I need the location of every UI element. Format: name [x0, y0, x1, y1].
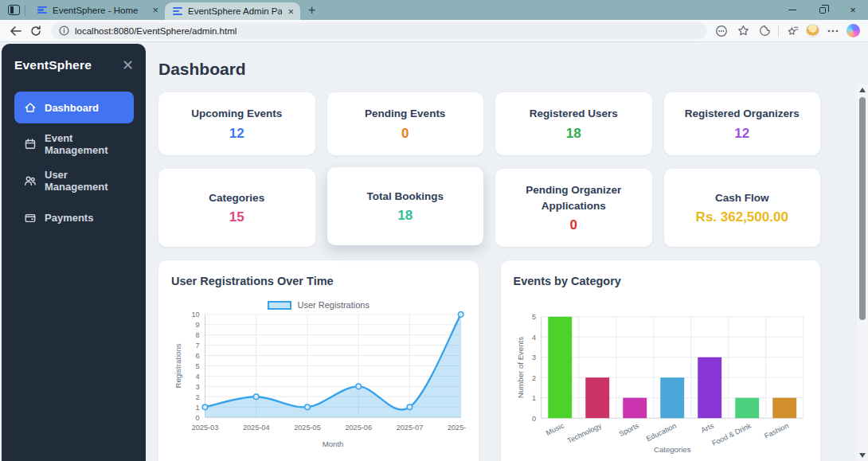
legend-label: User Registrations: [298, 300, 369, 310]
refresh-icon[interactable]: [27, 22, 45, 40]
svg-text:6: 6: [196, 352, 200, 360]
copilot-icon[interactable]: [846, 24, 860, 37]
scroll-down-icon[interactable]: [859, 453, 866, 458]
stat-value: 12: [734, 126, 749, 142]
tab-title: EventSphere - Home: [53, 6, 147, 15]
svg-text:Education: Education: [644, 422, 677, 443]
stat-value: 0: [401, 126, 409, 142]
eventsphere-favicon: [37, 6, 47, 14]
svg-text:2025-03: 2025-03: [192, 424, 219, 432]
svg-text:Sports: Sports: [617, 421, 640, 438]
more-icon[interactable]: [825, 23, 841, 39]
calendar-icon: [24, 138, 37, 150]
svg-text:2025-08: 2025-08: [448, 424, 466, 432]
svg-text:3: 3: [196, 383, 200, 391]
minimize-icon[interactable]: [777, 0, 807, 20]
browser-tab-bar: EventSphere - Home × EventSphere Admin P…: [0, 0, 868, 20]
back-icon[interactable]: [6, 22, 24, 40]
svg-text:2025-07: 2025-07: [397, 424, 424, 432]
svg-text:Food & Drink: Food & Drink: [710, 421, 753, 447]
bar-chart-title: Events by Category: [514, 275, 808, 287]
url-text: localhost:8080/EventSphere/admin.html: [75, 26, 237, 36]
stat-label: Upcoming Events: [191, 106, 282, 122]
tab-title: EventSphere Admin Panel: [188, 6, 282, 16]
svg-text:Categories: Categories: [653, 445, 690, 454]
line-chart-card: User Registrations Over Time User Regist…: [158, 260, 479, 461]
svg-text:3: 3: [531, 354, 535, 361]
profile-avatar[interactable]: [806, 24, 819, 37]
svg-text:1: 1: [531, 394, 535, 402]
wallet-icon: [24, 211, 37, 224]
stat-card: Total Bookings 18: [327, 167, 484, 245]
svg-text:Arts: Arts: [699, 421, 714, 434]
window-controls: ×: [777, 0, 868, 20]
stat-card: Upcoming Events 12: [158, 92, 315, 155]
page-content: EventSphere ✕ Dashboard Event Management…: [0, 42, 868, 461]
svg-text:2: 2: [196, 393, 200, 401]
svg-text:Music: Music: [545, 421, 565, 437]
tab-search-icon[interactable]: [8, 5, 20, 15]
scrollbar-thumb[interactable]: [859, 97, 866, 320]
svg-text:7: 7: [196, 342, 200, 350]
svg-text:0: 0: [196, 414, 200, 422]
home-icon: [24, 101, 37, 114]
browser-toolbar: localhost:8080/EventSphere/admin.html: [0, 20, 868, 42]
stats-row-1: Upcoming Events 12 Pending Events 0 Regi…: [158, 92, 820, 155]
stat-value: 15: [229, 209, 244, 225]
close-icon[interactable]: ×: [838, 0, 868, 20]
stat-label: Pending Organizer Applications: [506, 182, 641, 213]
sidebar-nav: Dashboard Event Management User Manageme…: [14, 92, 134, 233]
stat-label: Registered Organizers: [685, 106, 800, 122]
svg-text:2025-06: 2025-06: [345, 424, 372, 432]
tab-eventsphere-home[interactable]: EventSphere - Home ×: [29, 0, 165, 20]
svg-text:2025-05: 2025-05: [294, 424, 321, 432]
favorite-star-icon[interactable]: [735, 23, 751, 39]
restore-icon[interactable]: [807, 0, 838, 20]
tab-separator: [25, 5, 25, 16]
brand-title: EventSphere: [14, 58, 92, 72]
tab-close-icon[interactable]: ×: [287, 6, 294, 17]
info-icon[interactable]: [59, 25, 69, 36]
tab-eventsphere-admin[interactable]: EventSphere Admin Panel ×: [165, 2, 300, 20]
page-title: Dashboard: [158, 60, 820, 79]
tab-close-icon[interactable]: ×: [152, 5, 158, 15]
stat-label: Registered Users: [530, 106, 618, 122]
sidebar-item-user-management[interactable]: User Management: [14, 165, 134, 197]
stat-label: Cash Flow: [715, 190, 769, 206]
main-area: Dashboard Upcoming Events 12 Pending Eve…: [158, 42, 844, 461]
sidebar: EventSphere ✕ Dashboard Event Management…: [2, 44, 146, 461]
scroll-up-icon[interactable]: [859, 88, 866, 92]
svg-text:Registrations: Registrations: [174, 343, 182, 388]
svg-text:1: 1: [196, 404, 200, 412]
sidebar-item-payments[interactable]: Payments: [14, 201, 134, 233]
address-bar[interactable]: localhost:8080/EventSphere/admin.html: [51, 22, 707, 39]
browser-essentials-icon[interactable]: [757, 23, 772, 39]
chart-legend[interactable]: User Registrations: [171, 300, 466, 310]
svg-text:Number of Events: Number of Events: [515, 337, 524, 398]
stat-label: Total Bookings: [367, 189, 444, 205]
new-tab-button[interactable]: +: [308, 4, 315, 17]
line-chart-title: User Registrations Over Time: [171, 275, 466, 287]
stat-label: Categories: [209, 190, 264, 206]
user-registrations-line-chart: 0123456789102025-032025-042025-052025-06…: [171, 311, 466, 453]
dots-circle-icon[interactable]: [714, 23, 729, 39]
svg-text:10: 10: [192, 311, 200, 318]
stat-card: Registered Organizers 12: [664, 92, 821, 155]
sidebar-item-dashboard[interactable]: Dashboard: [14, 92, 134, 123]
charts-row: User Registrations Over Time User Regist…: [158, 260, 820, 461]
stat-value: 18: [397, 208, 412, 224]
svg-text:Month: Month: [323, 440, 344, 448]
sidebar-item-event-management[interactable]: Event Management: [14, 128, 134, 160]
sidebar-close-icon[interactable]: ✕: [122, 58, 134, 72]
stat-card: Pending Organizer Applications 0: [495, 169, 652, 247]
svg-text:4: 4: [196, 373, 200, 381]
svg-text:5: 5: [531, 313, 535, 321]
stat-card: Categories 15: [158, 169, 315, 247]
svg-text:4: 4: [531, 334, 535, 342]
svg-text:9: 9: [196, 321, 200, 329]
page-scrollbar[interactable]: [857, 84, 868, 461]
stat-card: Cash Flow Rs. 362,500.00: [664, 169, 821, 247]
bar-chart-card: Events by Category 012345MusicTechnology…: [501, 260, 821, 461]
favorites-bar-icon[interactable]: [784, 23, 800, 39]
svg-text:5: 5: [196, 362, 200, 370]
